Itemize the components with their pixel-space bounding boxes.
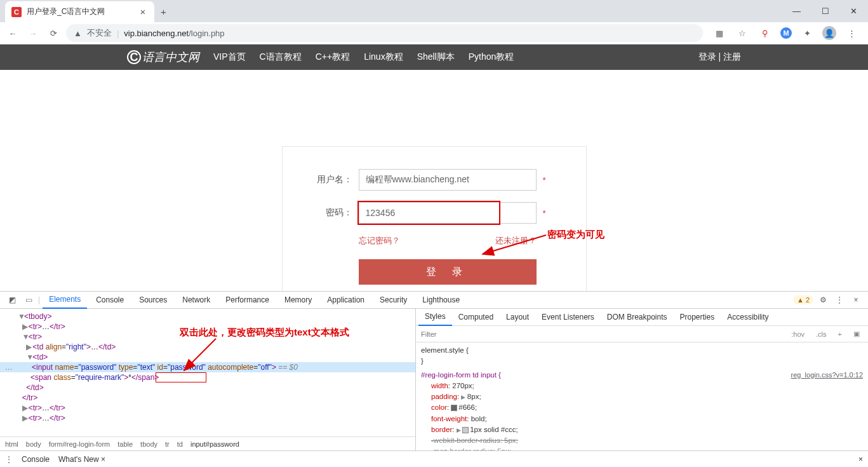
tab-title: 用户登录_C语言中文网 (27, 6, 105, 17)
tab-console[interactable]: Console (90, 292, 130, 309)
browser-tab-strip: C 用户登录_C语言中文网 × + (0, 0, 868, 22)
devtools-drawer: ⋮ Console What's New × × (0, 450, 868, 467)
page-viewport: C语言中文网 VIP首页 C语言教程 C++教程 Linux教程 Shell脚本… (0, 44, 868, 291)
annotation-visible: 密码变为可见 (547, 229, 604, 241)
drawer-tab-console[interactable]: Console (22, 455, 50, 464)
add-rule-icon[interactable]: + (835, 329, 845, 339)
styles-content[interactable]: element.style { } #reg-login-form td inp… (416, 342, 868, 450)
tab-sources[interactable]: Sources (133, 292, 173, 309)
drawer-menu-icon[interactable]: ⋮ (5, 455, 13, 464)
username-input[interactable] (359, 169, 537, 191)
more-icon[interactable]: ⋮ (832, 295, 846, 304)
bookmark-icon[interactable]: ☆ (735, 25, 750, 41)
login-form: 用户名： * 密码： * 忘记密码？ 还未注册？ 登 录 (282, 146, 587, 291)
back-button[interactable]: ← (5, 25, 20, 41)
cls-toggle[interactable]: .cls (813, 329, 830, 339)
tab-elements[interactable]: Elements (43, 292, 87, 309)
styles-tab-styles[interactable]: Styles (418, 309, 452, 326)
tab-application[interactable]: Application (321, 292, 371, 309)
css-source-link[interactable]: reg_login.css?v=1.0:12 (791, 370, 863, 381)
box-model-icon[interactable]: ▣ (850, 328, 863, 339)
forward-button[interactable]: → (25, 25, 41, 41)
dom-tree[interactable]: ▼<tbody> ▶<tr>…</tr> ▼<tr> ▶<td align="r… (0, 309, 415, 437)
hov-toggle[interactable]: :hov (788, 329, 808, 339)
username-label: 用户名： (302, 174, 359, 186)
browser-toolbar: ← → ⟳ ▲ 不安全 | vip.biancheng.net/login.ph… (0, 22, 868, 44)
dom-breadcrumb[interactable]: html body form#reg-login-form table tbod… (0, 437, 415, 450)
maximize-button[interactable]: ☐ (811, 0, 839, 22)
drawer-tab-whatsnew[interactable]: What's New × (58, 455, 105, 464)
styles-filter-input[interactable] (421, 330, 783, 338)
translate-icon[interactable]: ▦ (712, 25, 727, 41)
reload-button[interactable]: ⟳ (46, 25, 61, 41)
not-registered-link[interactable]: 还未注册？ (495, 235, 537, 247)
password-label: 密码： (302, 207, 359, 219)
tab-memory[interactable]: Memory (278, 292, 318, 309)
close-window-button[interactable]: ✕ (839, 0, 868, 22)
insecure-icon: ▲ (74, 29, 82, 38)
styles-tab-dom-bp[interactable]: DOM Breakpoints (601, 309, 674, 326)
close-devtools-icon[interactable]: × (849, 295, 863, 304)
nav-python[interactable]: Python教程 (469, 51, 514, 63)
styles-tab-computed[interactable]: Computed (452, 309, 500, 326)
required-star: * (543, 208, 546, 218)
site-logo[interactable]: C语言中文网 (127, 50, 199, 65)
location-icon[interactable]: ⚲ (758, 25, 773, 41)
login-button[interactable]: 登 录 (359, 259, 537, 285)
profile-icon[interactable]: 👤 (822, 26, 836, 40)
new-tab-button[interactable]: + (161, 1, 171, 22)
styles-tab-layout[interactable]: Layout (500, 309, 535, 326)
browser-tab[interactable]: C 用户登录_C语言中文网 × (5, 1, 154, 22)
header-login[interactable]: 登录 (698, 51, 716, 62)
warning-badge[interactable]: ▲ 2 (793, 295, 813, 304)
url-text: vip.biancheng.net/login.php (124, 29, 224, 38)
device-icon[interactable]: ▭ (22, 295, 36, 304)
tab-network[interactable]: Network (176, 292, 217, 309)
minimize-button[interactable]: — (782, 0, 811, 22)
inspect-icon[interactable]: ◩ (5, 295, 19, 304)
insecure-label: 不安全 (87, 27, 112, 39)
nav-vip[interactable]: VIP首页 (213, 51, 246, 63)
address-bar[interactable]: ▲ 不安全 | vip.biancheng.net/login.php (66, 24, 703, 42)
required-star: * (543, 175, 546, 185)
password-input[interactable] (359, 202, 537, 224)
styles-panel: Styles Computed Layout Event Listeners D… (416, 309, 868, 450)
site-header: C语言中文网 VIP首页 C语言教程 C++教程 Linux教程 Shell脚本… (0, 44, 868, 70)
nav-shell[interactable]: Shell脚本 (417, 51, 455, 63)
settings-icon[interactable]: ⚙ (816, 295, 830, 304)
styles-tab-a11y[interactable]: Accessibility (721, 309, 775, 326)
forgot-password-link[interactable]: 忘记密码？ (359, 235, 400, 247)
tab-close-icon[interactable]: × (138, 6, 148, 17)
nav-c[interactable]: C语言教程 (260, 51, 302, 63)
menu-icon[interactable]: ⋮ (844, 25, 859, 41)
tab-lighthouse[interactable]: Lighthouse (416, 292, 466, 309)
styles-tab-props[interactable]: Properties (674, 309, 721, 326)
nav-linux[interactable]: Linux教程 (364, 51, 403, 63)
styles-tab-events[interactable]: Event Listeners (535, 309, 601, 326)
extension-icon-m[interactable]: M (780, 27, 792, 39)
drawer-close-icon[interactable]: × (858, 455, 863, 464)
annotation-dblclick: 双击此处，更改密码类型为text文本格式 (180, 327, 349, 339)
tab-performance[interactable]: Performance (219, 292, 276, 309)
tab-security[interactable]: Security (373, 292, 413, 309)
elements-panel: ▼<tbody> ▶<tr>…</tr> ▼<tr> ▶<td align="r… (0, 309, 416, 450)
extensions-icon[interactable]: ✦ (799, 25, 815, 41)
devtools: ◩ ▭ | Elements Console Sources Network P… (0, 291, 868, 467)
tab-favicon: C (11, 7, 22, 17)
nav-cpp[interactable]: C++教程 (316, 51, 350, 63)
window-controls: — ☐ ✕ (782, 0, 868, 22)
header-register[interactable]: 注册 (723, 51, 741, 62)
devtools-tabs: ◩ ▭ | Elements Console Sources Network P… (0, 292, 868, 309)
